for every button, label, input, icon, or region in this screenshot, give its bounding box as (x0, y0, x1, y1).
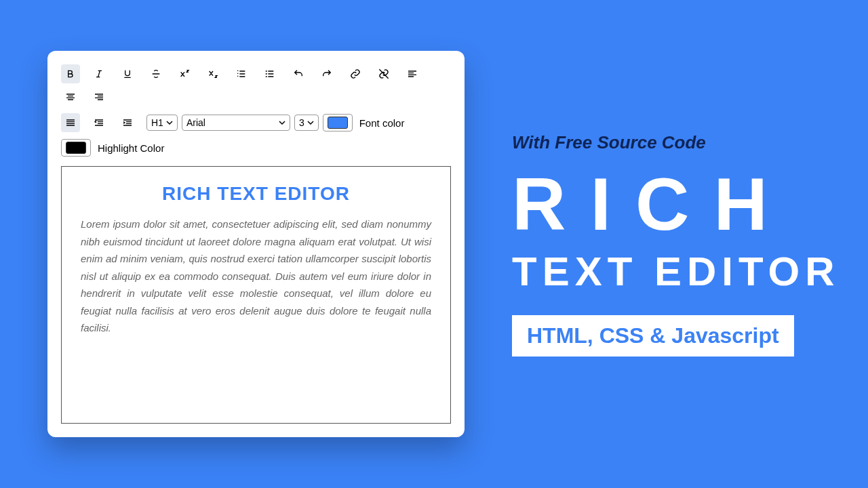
superscript-button[interactable] (175, 64, 194, 83)
strikethrough-button[interactable] (146, 64, 165, 83)
indent-button[interactable] (118, 113, 137, 132)
heading-value: H1 (151, 117, 163, 128)
outdent-button[interactable] (90, 113, 108, 132)
font-color-swatch (328, 117, 348, 129)
ordered-list-button[interactable] (232, 64, 251, 83)
editor-card: H1 Arial 3 Font color Highlight Color RI… (47, 51, 465, 437)
promo-sub: TEXT EDITOR (512, 248, 841, 295)
subscript-button[interactable] (203, 64, 222, 83)
underline-button[interactable] (118, 64, 137, 83)
svg-point-0 (266, 70, 267, 72)
unordered-list-button[interactable] (260, 64, 279, 83)
toolbar-row-3: Highlight Color (61, 139, 451, 157)
font-color-label: Font color (359, 117, 405, 129)
justify-button[interactable] (61, 113, 80, 132)
undo-button[interactable] (289, 64, 308, 83)
font-value: Arial (186, 117, 205, 128)
promo-tagline: With Free Source Code (512, 132, 841, 153)
redo-button[interactable] (317, 64, 336, 83)
unlink-button[interactable] (374, 64, 393, 83)
toolbar-row-1 (61, 64, 451, 106)
toolbar-row-2: H1 Arial 3 Font color (61, 113, 451, 132)
editor-content[interactable]: RICH TEXT EDITOR Lorem ipsum dolor sit a… (61, 166, 451, 424)
bold-button[interactable] (61, 64, 80, 83)
font-color-picker[interactable] (323, 114, 353, 131)
highlight-color-label: Highlight Color (98, 142, 164, 154)
promo-badge: HTML, CSS & Javascript (512, 315, 794, 357)
size-value: 3 (299, 117, 304, 128)
svg-point-2 (266, 76, 267, 77)
link-button[interactable] (346, 64, 365, 83)
font-select[interactable]: Arial (182, 115, 290, 131)
editor-title: RICH TEXT EDITOR (81, 183, 431, 205)
highlight-color-picker[interactable] (61, 139, 91, 157)
align-center-button[interactable] (61, 87, 80, 106)
highlight-color-swatch (66, 142, 86, 154)
align-right-button[interactable] (90, 87, 108, 106)
size-select[interactable]: 3 (294, 115, 319, 131)
italic-button[interactable] (90, 64, 108, 83)
promo-rich: RICH (512, 167, 841, 241)
svg-point-1 (266, 73, 267, 75)
heading-select[interactable]: H1 (146, 115, 178, 131)
align-left-button[interactable] (403, 64, 422, 83)
promo-panel: With Free Source Code RICH TEXT EDITOR H… (465, 132, 868, 357)
editor-body: Lorem ipsum dolor sit amet, consectetuer… (81, 216, 431, 337)
